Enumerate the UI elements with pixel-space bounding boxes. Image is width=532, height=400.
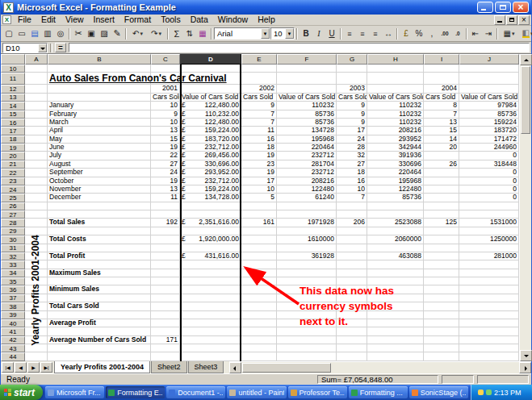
cell-D38[interactable] [180,302,241,310]
cell-C32[interactable] [151,252,180,260]
cell-D16[interactable]: £122,480.00 [180,119,241,127]
cell-I42[interactable] [424,336,459,344]
cell-B11[interactable]: Auto Sales From Canon's Car Carnival [48,73,151,85]
cell-H16[interactable]: 110232 [367,119,424,127]
cell-A20[interactable] [25,152,48,160]
scroll-left-button[interactable] [229,362,241,373]
cell-E35[interactable] [241,277,277,285]
cell-H14[interactable]: 110232 [367,102,424,110]
cell-A10[interactable] [25,65,48,73]
cell-C20[interactable]: 22 [151,152,180,160]
cell-I14[interactable]: 8 [424,102,459,110]
cell-I23[interactable] [424,177,459,185]
row-header-23[interactable]: 23 [1,177,25,185]
cell-D41[interactable] [180,327,241,335]
cell-E36[interactable] [241,285,277,294]
cell-H34[interactable] [367,269,424,277]
cell-J10[interactable] [459,65,519,73]
cell-C38[interactable] [151,302,180,310]
chevron-down-icon[interactable]: ▼ [261,28,270,39]
cell-E42[interactable] [241,336,277,344]
cell-C24[interactable]: 13 [151,185,180,194]
cell-C15[interactable]: 9 [151,110,180,119]
cell-E25[interactable]: 5 [241,194,277,202]
cell-G20[interactable]: 32 [337,152,367,160]
cell-J39[interactable] [459,311,519,319]
cell-H12[interactable] [367,85,424,93]
toolbar-font-size-combo[interactable]: 10▼ [270,27,295,40]
cell-D24[interactable]: £159,224.00 [180,185,241,194]
row-header-40[interactable]: 40 [1,319,25,327]
cell-B28[interactable]: Total Sales [48,219,151,227]
cell-H29[interactable] [367,227,424,235]
cell-D27[interactable] [180,210,241,219]
cell-H44[interactable] [367,352,424,360]
cell-G24[interactable]: 10 [337,185,367,194]
cell-H42[interactable] [367,336,424,344]
cell-F23[interactable]: 208216 [277,177,337,185]
cell-I36[interactable] [424,285,459,294]
cell-B34[interactable]: Maximum Sales [48,269,151,277]
vertical-scrollbar[interactable] [519,54,531,361]
cell-A16[interactable] [25,119,48,127]
row-header-31[interactable]: 31 [1,244,25,252]
cell-I40[interactable] [424,319,459,327]
scrollbar-track[interactable] [332,362,519,373]
taskbar-window-2[interactable]: Formatting E... [106,386,165,398]
cell-E18[interactable]: 16 [241,135,277,144]
toolbar-currency-button[interactable]: £ [400,27,413,40]
row-header-11[interactable]: 11 [1,73,25,85]
row-header-28[interactable]: 28 [1,219,25,227]
cell-E17[interactable]: 11 [241,127,277,135]
cell-J34[interactable] [459,269,519,277]
column-header-D[interactable]: D [180,54,241,65]
cell-I24[interactable] [424,185,459,194]
cell-H21[interactable]: 330696 [367,160,424,169]
menu-window[interactable]: Window [213,15,253,25]
menu-edit[interactable]: Edit [36,15,61,25]
scroll-right-button[interactable] [519,362,531,373]
row-header-41[interactable]: 41 [1,327,25,335]
cell-A36[interactable] [25,285,48,294]
cell-C31[interactable] [151,244,180,252]
cell-B18[interactable]: May [48,135,151,144]
cell-A14[interactable] [25,102,48,110]
cell-H11[interactable] [367,73,424,85]
cell-I31[interactable] [424,244,459,252]
cell-G31[interactable] [337,244,367,252]
cell-J16[interactable]: 159224 [459,119,519,127]
cell-F32[interactable]: 361928 [277,252,337,260]
cell-A29[interactable] [25,227,48,235]
cell-E20[interactable]: 19 [241,152,277,160]
cell-C34[interactable] [151,269,180,277]
cell-H33[interactable] [367,260,424,269]
cell-C25[interactable]: 11 [151,194,180,202]
cell-F17[interactable]: 134728 [277,127,337,135]
cell-I32[interactable] [424,252,459,260]
cell-G14[interactable]: 9 [337,102,367,110]
cell-B23[interactable]: October [48,177,151,185]
cell-J36[interactable] [459,285,519,294]
taskbar-window-6[interactable]: Formatting ... [349,386,408,398]
cell-E27[interactable] [241,210,277,219]
taskbar-window-7[interactable]: SonicStage (... [409,386,468,398]
cell-C13[interactable]: Cars Sold [151,94,180,102]
cell-E16[interactable]: 7 [241,119,277,127]
row-header-29[interactable]: 29 [1,227,25,235]
cell-F29[interactable] [277,227,337,235]
cell-A34[interactable] [25,269,48,277]
cell-D13[interactable]: Value of Cars Sold [180,94,241,102]
cell-J12[interactable] [459,85,519,93]
cell-F10[interactable] [277,65,337,73]
cell-D37[interactable] [180,294,241,302]
cell-A40[interactable] [25,319,48,327]
cell-I17[interactable]: 15 [424,127,459,135]
cell-J28[interactable]: 1531000 [459,219,519,227]
column-header-J[interactable]: J [459,54,519,65]
row-header-42[interactable]: 42 [1,336,25,344]
cell-F43[interactable] [277,344,337,352]
row-header-26[interactable]: 26 [1,202,25,210]
cell-B36[interactable]: Minimum Sales [48,285,151,294]
cell-I29[interactable] [424,227,459,235]
cell-I18[interactable]: 14 [424,135,459,144]
